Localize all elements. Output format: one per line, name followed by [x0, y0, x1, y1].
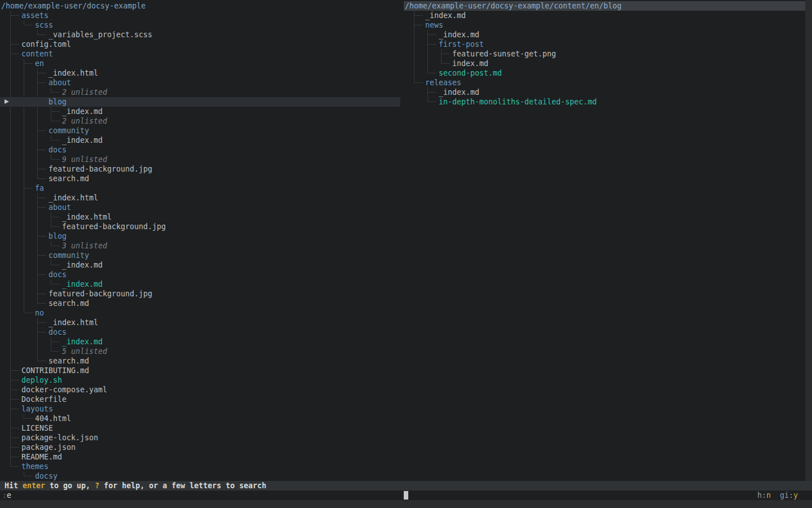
tree-guide-line — [51, 279, 60, 284]
tree-row[interactable]: content — [0, 49, 400, 59]
tree-row[interactable]: _index.html — [0, 68, 400, 78]
scrollbar-gutter[interactable] — [805, 0, 812, 481]
tree-row[interactable]: 3 unlisted — [0, 241, 400, 251]
tree-guide-line — [24, 135, 33, 145]
tree-row[interactable]: _index.md — [0, 135, 400, 145]
tree-row[interactable]: community — [0, 251, 400, 260]
tree-row[interactable]: second-post.md — [404, 68, 805, 78]
tree-row[interactable]: first-post — [404, 40, 805, 49]
file-name: _index.md — [439, 30, 479, 40]
tree-row[interactable]: 404.html — [0, 414, 400, 423]
tree-guide-line — [10, 222, 20, 231]
tree-row[interactable]: 9 unlisted — [0, 155, 400, 164]
tree-row[interactable]: _index.md — [0, 107, 400, 116]
tree-row[interactable]: docsy — [0, 471, 400, 481]
file-name: docker-compose.yaml — [21, 385, 107, 395]
tree-row[interactable]: _index.html — [0, 318, 400, 327]
tree-row[interactable]: featured-sunset-get.png — [404, 49, 805, 59]
tree-row[interactable]: search.md — [0, 356, 400, 366]
command-input[interactable]: :e — [2, 491, 11, 500]
tree-row[interactable]: releases — [404, 78, 805, 87]
tree-row[interactable]: Dockerfile — [0, 395, 400, 404]
file-name: _index.md — [62, 107, 103, 116]
terminal-screen: /home/example-user/docsy-example assetss… — [0, 0, 812, 508]
tree-row[interactable]: 2 unlisted — [0, 116, 400, 126]
tree-row[interactable]: search.md — [0, 299, 400, 308]
left-panel-path[interactable]: /home/example-user/docsy-example — [0, 1, 400, 11]
tree-row[interactable]: themes — [0, 462, 400, 471]
tree-guide-line — [10, 327, 20, 337]
tree-row[interactable]: _index.html — [0, 212, 400, 222]
tree-row[interactable]: blog — [0, 231, 400, 241]
tree-guide-line — [427, 40, 437, 49]
tree-guide-line — [37, 87, 47, 97]
tree-row[interactable]: featured-background.jpg — [0, 289, 400, 299]
tree-row[interactable]: _index.md — [0, 279, 400, 289]
tree-guide-line — [37, 107, 47, 116]
tree-row[interactable]: config.toml — [0, 40, 400, 49]
tree-row[interactable]: package.json — [0, 443, 400, 452]
tree-row[interactable]: featured-background.jpg — [0, 164, 400, 174]
tree-guide-line — [10, 385, 20, 395]
unlisted-count: 5 unlisted — [62, 347, 107, 356]
tree-guide-line — [37, 116, 47, 126]
tree-row[interactable]: 2 unlisted — [0, 87, 400, 97]
tree-guide-line — [10, 270, 20, 279]
tree-row[interactable]: search.md — [0, 174, 400, 183]
tree-row[interactable]: package-lock.json — [0, 433, 400, 443]
mode-gap — [771, 491, 780, 500]
tree-row[interactable]: index.md — [404, 59, 805, 68]
directory-name: assets — [21, 11, 48, 20]
tree-guide-line — [10, 337, 20, 347]
tree-row[interactable]: news — [404, 20, 805, 30]
tree-guide-line — [24, 299, 33, 308]
tree-row[interactable]: _index.html — [0, 193, 400, 203]
file-name: _index.md — [62, 260, 103, 270]
tree-guide-line — [10, 183, 20, 193]
status-text: for help, or a few letters to search — [99, 481, 266, 490]
tree-row[interactable]: _index.md — [0, 337, 400, 347]
tree-row[interactable]: no — [0, 308, 400, 318]
tree-guide-line — [37, 260, 47, 270]
tree-row[interactable]: docs — [0, 145, 400, 155]
file-name: _index.html — [48, 318, 98, 327]
tree-row-selected[interactable]: blog — [0, 97, 400, 107]
tree-row[interactable]: 5 unlisted — [0, 347, 400, 356]
tree-row[interactable]: assets — [0, 11, 400, 20]
bottom-strip — [0, 500, 812, 508]
tree-row[interactable]: docs — [0, 270, 400, 279]
input-bar[interactable]: :e h:n gi:y — [0, 491, 812, 500]
tree-guide-line — [10, 78, 20, 87]
file-name: _index.md — [62, 135, 103, 145]
tree-row[interactable]: about — [0, 78, 400, 87]
tree-guide-line — [414, 68, 423, 78]
tree-row[interactable]: _index.md — [0, 260, 400, 270]
tree-row[interactable]: _index.md — [404, 30, 805, 40]
tree-row[interactable]: LICENSE — [0, 423, 400, 433]
tree-row[interactable]: en — [0, 59, 400, 68]
tree-guide-line — [37, 30, 47, 35]
tree-row[interactable]: docker-compose.yaml — [0, 385, 400, 395]
tree-guide-line — [37, 318, 47, 327]
tree-guide-line — [10, 174, 20, 183]
tree-row[interactable]: community — [0, 126, 400, 135]
tree-row[interactable]: featured-background.jpg — [0, 222, 400, 231]
tree-row[interactable]: about — [0, 203, 400, 212]
mode-indicators: h:n gi:y — [757, 491, 798, 500]
tree-row[interactable]: CONTRIBUTING.md — [0, 366, 400, 375]
tree-row[interactable]: docs — [0, 327, 400, 337]
tree-row[interactable]: deploy.sh — [0, 375, 400, 385]
tree-row[interactable]: _index.md — [404, 11, 805, 20]
right-panel-path[interactable]: /home/example-user/docsy-example/content… — [404, 1, 805, 11]
tree-row[interactable]: README.md — [0, 452, 400, 462]
tree-row[interactable]: fa — [0, 183, 400, 193]
tree-row[interactable]: _variables_project.scss — [0, 30, 400, 40]
tree-guide-line — [24, 260, 33, 270]
file-name: _index.md — [439, 87, 479, 97]
tree-row[interactable]: _index.md — [404, 87, 805, 97]
tree-guide-line — [441, 59, 451, 64]
tree-row[interactable]: in-depth-monoliths-detailed-spec.md — [404, 97, 805, 107]
tree-guide-line — [10, 260, 20, 270]
tree-row[interactable]: scss — [0, 20, 400, 30]
tree-row[interactable]: layouts — [0, 404, 400, 414]
